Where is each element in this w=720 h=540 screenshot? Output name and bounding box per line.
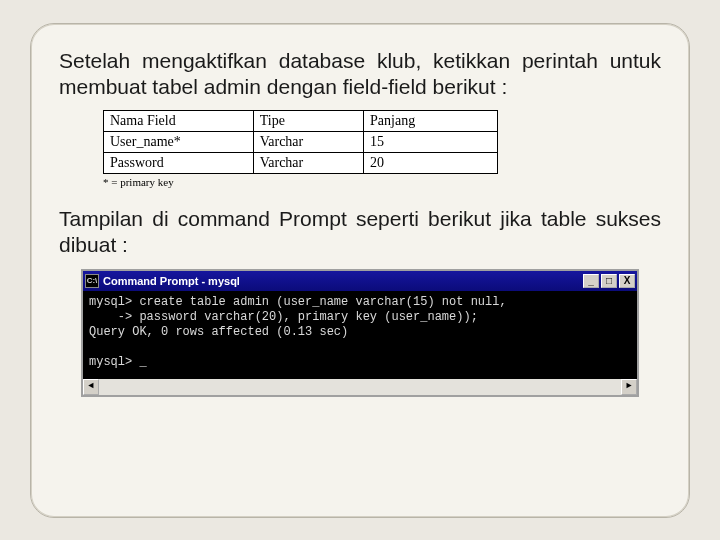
field-table: Nama Field Tipe Panjang User_name* Varch…	[103, 110, 498, 174]
minimize-button[interactable]: _	[583, 274, 599, 288]
field-table-wrap: Nama Field Tipe Panjang User_name* Varch…	[103, 110, 498, 188]
command-prompt-window: C:\ Command Prompt - mysql _ □ X mysql> …	[81, 269, 639, 397]
table-cell: Password	[104, 153, 254, 174]
table-cell: 15	[364, 132, 498, 153]
paragraph-2: Tampilan di command Prompt seperti berik…	[59, 206, 661, 259]
paragraph-1: Setelah mengaktifkan database klub, keti…	[59, 48, 661, 101]
table-row: Password Varchar 20	[104, 153, 498, 174]
scroll-right-icon[interactable]: ►	[621, 379, 637, 395]
scrollbar-track[interactable]	[99, 379, 621, 395]
table-row: User_name* Varchar 15	[104, 132, 498, 153]
table-header-cell: Panjang	[364, 111, 498, 132]
window-controls: _ □ X	[583, 274, 635, 288]
table-cell: 20	[364, 153, 498, 174]
cmd-icon: C:\	[85, 274, 99, 288]
slide-card: Setelah mengaktifkan database klub, keti…	[30, 23, 690, 518]
window-title: Command Prompt - mysql	[103, 275, 583, 287]
close-button[interactable]: X	[619, 274, 635, 288]
table-header-cell: Tipe	[253, 111, 363, 132]
scrollbar-horizontal[interactable]: ◄ ►	[83, 379, 637, 395]
table-cell: User_name*	[104, 132, 254, 153]
table-header-cell: Nama Field	[104, 111, 254, 132]
terminal-output[interactable]: mysql> create table admin (user_name var…	[83, 291, 637, 379]
table-footnote: * = primary key	[103, 176, 498, 188]
table-row: Nama Field Tipe Panjang	[104, 111, 498, 132]
scroll-left-icon[interactable]: ◄	[83, 379, 99, 395]
table-cell: Varchar	[253, 153, 363, 174]
maximize-button[interactable]: □	[601, 274, 617, 288]
table-cell: Varchar	[253, 132, 363, 153]
window-titlebar: C:\ Command Prompt - mysql _ □ X	[83, 271, 637, 291]
cmd-icon-label: C:\	[87, 276, 98, 285]
